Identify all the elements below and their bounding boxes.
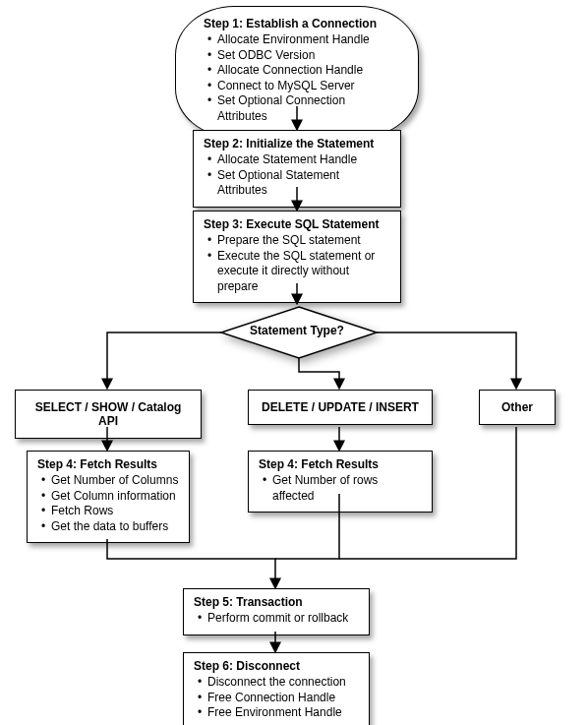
node-bullets: Allocate Environment Handle Set ODBC Ver… — [204, 32, 390, 125]
node-title: Step 5: Transaction — [194, 595, 359, 609]
node-decision: Statement Type? — [218, 304, 376, 357]
bullet: Set ODBC Version — [207, 48, 390, 64]
node-step1: Step 1: Establish a Connection Allocate … — [175, 6, 419, 138]
bullet: Allocate Environment Handle — [207, 32, 390, 48]
node-title: Step 2: Initialize the Statement — [204, 137, 390, 151]
node-title: Step 4: Fetch Results — [259, 457, 422, 471]
bullet: Get Number of rows affected — [263, 473, 422, 504]
node-bullets: Perform commit or rollback — [194, 611, 359, 627]
bullet: Get Column information — [41, 489, 179, 505]
node-branch-select: SELECT / SHOW / Catalog API — [15, 390, 202, 439]
branch-label: SELECT / SHOW / Catalog API — [35, 400, 182, 428]
bullet: Free Connection Handle — [198, 691, 359, 706]
node-title: Step 3: Execute SQL Statement — [204, 217, 390, 231]
bullet: Fetch Rows — [41, 504, 179, 519]
flowchart-canvas: Step 1: Establish a Connection Allocate … — [0, 0, 588, 725]
node-step4a: Step 4: Fetch Results Get Number of Colu… — [27, 451, 190, 543]
bullet: Get the data to buffers — [41, 519, 179, 535]
node-bullets: Get Number of Columns Get Column informa… — [37, 473, 179, 534]
bullet: Prepare the SQL statement — [207, 233, 390, 249]
node-step6: Step 6: Disconnect Disconnect the connec… — [183, 652, 370, 725]
bullet: Free Environment Handle — [198, 705, 359, 721]
node-title: Step 6: Disconnect — [194, 659, 359, 673]
node-branch-other: Other — [479, 390, 556, 425]
bullet: Set Optional Statement Attributes — [207, 168, 390, 199]
node-step4b: Step 4: Fetch Results Get Number of rows… — [248, 451, 433, 513]
bullet: Allocate Statement Handle — [207, 152, 390, 168]
decision-label: Statement Type? — [218, 304, 376, 357]
node-bullets: Get Number of rows affected — [259, 473, 422, 504]
bullet: Perform commit or rollback — [198, 611, 359, 627]
node-step2: Step 2: Initialize the Statement Allocat… — [193, 130, 401, 208]
node-title: Step 1: Establish a Connection — [204, 17, 390, 30]
node-bullets: Prepare the SQL statement Execute the SQ… — [204, 233, 390, 294]
node-bullets: Allocate Statement Handle Set Optional S… — [204, 152, 390, 199]
node-branch-dml: DELETE / UPDATE / INSERT — [248, 390, 433, 425]
branch-label: DELETE / UPDATE / INSERT — [262, 400, 419, 414]
node-step3: Step 3: Execute SQL Statement Prepare th… — [193, 211, 401, 303]
node-bullets: Disconnect the connection Free Connectio… — [194, 675, 359, 721]
bullet: Get Number of Columns — [41, 473, 179, 489]
bullet: Set Optional Connection Attributes — [207, 93, 390, 124]
bullet: Connect to MySQL Server — [207, 79, 390, 94]
bullet: Execute the SQL statement or execute it … — [207, 249, 390, 295]
bullet: Allocate Connection Handle — [207, 63, 390, 79]
node-step5: Step 5: Transaction Perform commit or ro… — [183, 588, 370, 635]
node-title: Step 4: Fetch Results — [37, 457, 179, 471]
bullet: Disconnect the connection — [198, 675, 359, 691]
branch-label: Other — [501, 400, 533, 414]
